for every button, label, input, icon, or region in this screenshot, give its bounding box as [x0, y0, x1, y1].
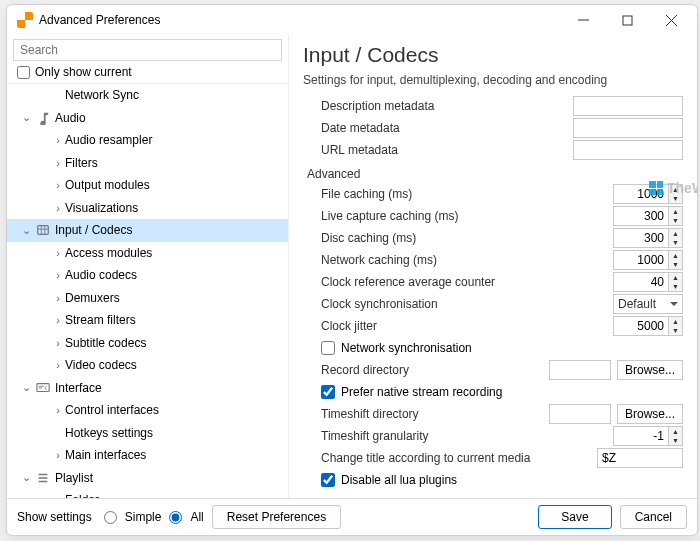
tree-item-label: Visualizations [65, 201, 288, 215]
url-metadata-input[interactable] [573, 140, 683, 160]
clock-jitter-spinner[interactable]: ▲▼ [613, 316, 683, 336]
tree-item-label: Playlist [55, 471, 288, 485]
live-caching-label: Live capture caching (ms) [303, 209, 607, 223]
tree-item-label: Stream filters [65, 313, 288, 327]
chevron-icon: ⌄ [19, 471, 33, 484]
tree-item-output-modules[interactable]: ›Output modules [7, 174, 288, 197]
timeshift-dir-label: Timeshift directory [303, 407, 543, 421]
tree-item-video-codecs[interactable]: ›Video codecs [7, 354, 288, 377]
tree-item-main-interfaces[interactable]: ›Main interfaces [7, 444, 288, 467]
tree-item-audio-codecs[interactable]: ›Audio codecs [7, 264, 288, 287]
cancel-button[interactable]: Cancel [620, 505, 687, 529]
live-caching-spinner[interactable]: ▲▼ [613, 206, 683, 226]
tree-item-label: Demuxers [65, 291, 288, 305]
tree-item-input-codecs[interactable]: ⌄Input / Codecs [7, 219, 288, 242]
all-radio[interactable] [169, 511, 182, 524]
all-label: All [190, 510, 203, 524]
record-dir-browse-button[interactable]: Browse... [617, 360, 683, 380]
clock-ref-spinner[interactable]: ▲▼ [613, 272, 683, 292]
close-button[interactable] [649, 5, 693, 35]
tree-item-control-interfaces[interactable]: ›Control interfaces [7, 399, 288, 422]
record-dir-input[interactable] [549, 360, 611, 380]
codec-icon [35, 222, 51, 238]
disc-caching-spinner[interactable]: ▲▼ [613, 228, 683, 248]
tree-item-label: Filters [65, 156, 288, 170]
tree-item-label: Video codecs [65, 358, 288, 372]
svg-rect-1 [38, 226, 49, 235]
timeshift-gran-spinner[interactable]: ▲▼ [613, 426, 683, 446]
desc-metadata-input[interactable] [573, 96, 683, 116]
tree-item-label: Input / Codecs [55, 223, 288, 237]
timeshift-dir-browse-button[interactable]: Browse... [617, 404, 683, 424]
app-icon [17, 12, 33, 28]
tree-item-label: Network Sync [65, 88, 288, 102]
watermark: TheWindowsClub [649, 180, 697, 196]
clock-sync-select[interactable]: Default [613, 294, 683, 314]
tree-item-label: Audio [55, 111, 288, 125]
clock-sync-label: Clock synchronisation [303, 297, 607, 311]
disable-lua-label: Disable all lua plugins [341, 473, 457, 487]
chevron-icon: ⌄ [19, 224, 33, 237]
preferences-window: Advanced Preferences Only show current N… [6, 4, 698, 536]
chevron-icon: › [51, 449, 65, 461]
only-show-current-row[interactable]: Only show current [7, 63, 288, 83]
titlebar: Advanced Preferences [7, 5, 697, 35]
clock-jitter-label: Clock jitter [303, 319, 607, 333]
tree-item-label: Audio codecs [65, 268, 288, 282]
change-title-input[interactable] [597, 448, 683, 468]
svg-rect-0 [623, 16, 632, 25]
page-title: Input / Codecs [303, 43, 683, 67]
tree-item-label: Access modules [65, 246, 288, 260]
chevron-icon: › [51, 292, 65, 304]
timeshift-dir-input[interactable] [549, 404, 611, 424]
tree-item-label: Audio resampler [65, 133, 288, 147]
tree-item-filters[interactable]: ›Filters [7, 152, 288, 175]
tree-item-subtitle-codecs[interactable]: ›Subtitle codecs [7, 332, 288, 355]
show-settings-label: Show settings [17, 510, 92, 524]
simple-radio[interactable] [104, 511, 117, 524]
chevron-icon: › [51, 202, 65, 214]
search-input[interactable] [13, 39, 282, 61]
tree-item-playlist[interactable]: ⌄Playlist [7, 467, 288, 490]
prefer-native-checkbox[interactable] [321, 385, 335, 399]
audio-icon [35, 110, 51, 126]
chevron-icon: › [51, 134, 65, 146]
tree-item-hotkeys-settings[interactable]: Hotkeys settings [7, 422, 288, 445]
tree-item-demuxers[interactable]: ›Demuxers [7, 287, 288, 310]
iface-icon [35, 380, 51, 396]
tree-item-access-modules[interactable]: ›Access modules [7, 242, 288, 265]
tree-item-stream-filters[interactable]: ›Stream filters [7, 309, 288, 332]
chevron-icon: › [51, 314, 65, 326]
only-show-current-checkbox[interactable] [17, 66, 30, 79]
chevron-icon: › [51, 157, 65, 169]
reset-preferences-button[interactable]: Reset Preferences [212, 505, 341, 529]
save-button[interactable]: Save [538, 505, 611, 529]
tree-item-folder[interactable]: Folder [7, 489, 288, 498]
file-caching-label: File caching (ms) [303, 187, 607, 201]
tree-item-label: Subtitle codecs [65, 336, 288, 350]
tree-item-visualizations[interactable]: ›Visualizations [7, 197, 288, 220]
simple-label: Simple [125, 510, 162, 524]
chevron-icon: › [51, 404, 65, 416]
chevron-icon: › [51, 359, 65, 371]
tree-item-label: Hotkeys settings [65, 426, 288, 440]
timeshift-gran-label: Timeshift granularity [303, 429, 607, 443]
date-metadata-input[interactable] [573, 118, 683, 138]
footer: Show settings Simple All Reset Preferenc… [7, 498, 697, 535]
net-caching-spinner[interactable]: ▲▼ [613, 250, 683, 270]
tree-item-audio[interactable]: ⌄Audio [7, 107, 288, 130]
settings-tree[interactable]: Network Sync⌄Audio›Audio resampler›Filte… [7, 83, 288, 498]
page-subtitle: Settings for input, demultiplexing, deco… [303, 73, 683, 87]
tree-item-network-sync[interactable]: Network Sync [7, 84, 288, 107]
tree-item-audio-resampler[interactable]: ›Audio resampler [7, 129, 288, 152]
network-sync-checkbox[interactable] [321, 341, 335, 355]
tree-item-label: Output modules [65, 178, 288, 192]
maximize-button[interactable] [605, 5, 649, 35]
clock-ref-label: Clock reference average counter [303, 275, 607, 289]
chevron-icon: › [51, 269, 65, 281]
disable-lua-checkbox[interactable] [321, 473, 335, 487]
tree-item-interface[interactable]: ⌄Interface [7, 377, 288, 400]
desc-metadata-label: Description metadata [303, 99, 567, 113]
minimize-button[interactable] [561, 5, 605, 35]
date-metadata-label: Date metadata [303, 121, 567, 135]
